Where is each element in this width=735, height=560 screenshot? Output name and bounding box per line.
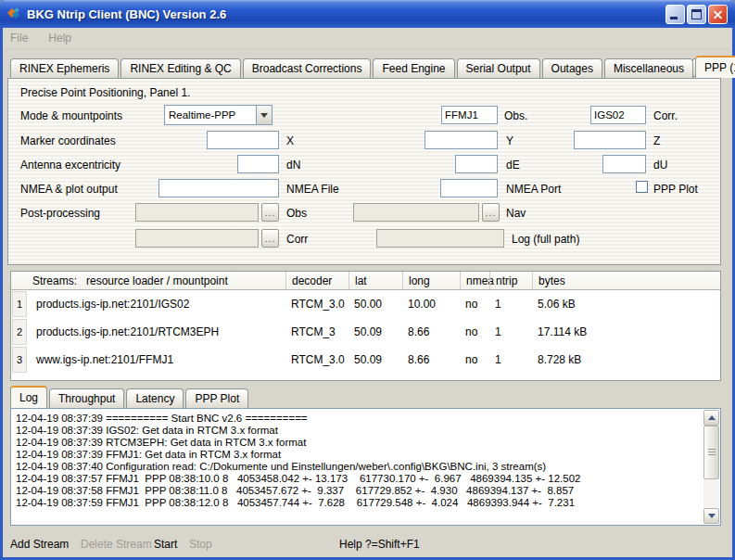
tab-rinex-editing-qc[interactable]: RINEX Editing & QC: [120, 58, 240, 78]
marker-x-input[interactable]: [207, 131, 279, 149]
post-obs-input: [135, 203, 259, 222]
minimize-button[interactable]: [665, 5, 685, 24]
antenna-du-input[interactable]: [602, 155, 646, 173]
cell-decoder: RTCM_3: [285, 325, 348, 338]
nmea-file-input[interactable]: [158, 179, 279, 197]
cell-ntrip: 1: [489, 325, 532, 338]
scrollbar-thumb[interactable]: [703, 426, 719, 479]
log-line: 12-04-19 08:37:39 RTCM3EPH: Get data in …: [16, 437, 702, 449]
cell-bytes: 17.114 kB: [532, 325, 720, 338]
column-header-decoder[interactable]: decoder: [285, 272, 348, 289]
nmea-port-input[interactable]: [440, 179, 498, 197]
ppp-plot-checkbox[interactable]: [636, 181, 648, 193]
tab-feed-engine[interactable]: Feed Engine: [373, 58, 454, 78]
nmea-port-label: NMEA Port: [506, 183, 561, 196]
menu-item-help[interactable]: Help: [48, 32, 71, 45]
column-header-lat[interactable]: lat: [348, 272, 402, 289]
antenna-excentricity-label: Antenna excentricity: [20, 159, 120, 172]
log-scrollbar[interactable]: [703, 410, 719, 524]
antenna-de-input[interactable]: [455, 155, 498, 173]
marker-z-input[interactable]: [574, 131, 646, 149]
delete-stream-button[interactable]: Delete Stream: [81, 538, 152, 551]
log-text: 12-04-19 08:37:39 ========== Start BNC v…: [16, 413, 702, 523]
start-button[interactable]: Start: [154, 538, 177, 551]
tab-miscellaneous[interactable]: Miscellaneous: [604, 58, 693, 78]
cell-nmea: no: [460, 325, 489, 338]
column-header-nmea[interactable]: nmea: [460, 272, 489, 289]
cell-lat: 50.09: [348, 325, 402, 338]
post-obs-label: Obs: [286, 207, 307, 220]
add-stream-button[interactable]: Add Stream: [10, 538, 69, 551]
cell-ntrip: 1: [489, 353, 532, 366]
menu-item-file[interactable]: File: [10, 32, 28, 45]
post-nav-browse-button[interactable]: ...: [482, 203, 500, 222]
title-bar[interactable]: BKG Ntrip Client (BNC) Version 2.6: [0, 0, 735, 28]
cell-mountpoint: www.igs-ip.net:2101/FFMJ1: [27, 353, 285, 366]
minimize-icon: [670, 17, 678, 19]
cell-long: 8.66: [402, 353, 460, 366]
log-area: 12-04-19 08:37:39 ========== Start BNC v…: [10, 408, 721, 526]
post-log-label: Log (full path): [512, 233, 579, 246]
column-header-mountpoint[interactable]: Streams: resource loader / mountpoint: [27, 272, 285, 289]
table-row[interactable]: 2products.igs-ip.net:2101/RTCM3EPHRTCM_3…: [11, 318, 720, 346]
obs-mountpoint-input[interactable]: [441, 106, 498, 124]
tab-ppp-1[interactable]: PPP (1): [695, 56, 735, 78]
post-corr-browse-button[interactable]: ...: [261, 229, 279, 248]
cell-mountpoint: products.igs-ip.net:2101/RTCM3EPH: [27, 325, 285, 338]
bottom-tab-latency[interactable]: Latency: [126, 388, 184, 408]
ppp-mode-select[interactable]: Realtime-PPP: [164, 105, 272, 125]
post-corr-label: Corr: [286, 233, 308, 246]
help-shortcut-label: Help ?=Shift+F1: [339, 538, 420, 551]
cell-ntrip: 1: [489, 298, 532, 311]
close-button[interactable]: [708, 5, 728, 24]
post-obs-browse-button[interactable]: ...: [261, 203, 279, 222]
corr-mountpoint-input[interactable]: [590, 106, 646, 124]
column-header-long[interactable]: long: [402, 272, 460, 289]
window-controls: [665, 5, 728, 24]
bottom-tab-throughput[interactable]: Throughput: [49, 388, 124, 408]
ppp-panel: Precise Point Positioning, Panel 1. Mode…: [7, 78, 721, 265]
tab-outages[interactable]: Outages: [542, 58, 602, 78]
row-number: 1: [12, 291, 27, 317]
action-bar: Add Stream Delete Stream Start Stop Help…: [3, 533, 732, 557]
column-header-ntrip[interactable]: ntrip: [489, 272, 532, 289]
maximize-button[interactable]: [687, 5, 706, 24]
log-line: 12-04-19 08:37:59 FFMJ1 PPP 08:38:12.0 8…: [16, 497, 702, 509]
streams-table-header: Streams: resource loader / mountpointdec…: [11, 272, 720, 290]
nmea-plot-output-label: NMEA & plot output: [20, 183, 118, 196]
mode-mountpoints-label: Mode & mountpoints: [20, 109, 122, 122]
bnc-window: BKG Ntrip Client (BNC) Version 2.6 FileH…: [0, 0, 735, 560]
streams-table-body: 1products.igs-ip.net:2101/IGS02RTCM_3.05…: [11, 290, 720, 374]
log-line: 12-04-19 08:37:57 FFMJ1 PPP 08:38:10.0 8…: [16, 473, 702, 485]
cell-bytes: 8.728 kB: [532, 353, 720, 366]
y-label: Y: [506, 134, 513, 147]
cell-long: 10.00: [402, 298, 460, 311]
post-log-input: [376, 229, 504, 248]
table-row[interactable]: 1products.igs-ip.net:2101/IGS02RTCM_3.05…: [11, 290, 720, 318]
corr-label: Corr.: [653, 109, 678, 122]
antenna-dn-input[interactable]: [237, 155, 279, 173]
cell-nmea: no: [460, 298, 489, 311]
tab-rinex-ephemeris[interactable]: RINEX Ephemeris: [10, 58, 119, 78]
window-title: BKG Ntrip Client (BNC) Version 2.6: [27, 7, 665, 21]
bottom-tab-log[interactable]: Log: [10, 386, 47, 408]
tab-bar: RINEX EphemerisRINEX Editing & QCBroadca…: [10, 57, 735, 78]
tab-serial-output[interactable]: Serial Output: [457, 58, 540, 78]
table-row[interactable]: 3www.igs-ip.net:2101/FFMJ1RTCM_3.050.098…: [11, 346, 720, 374]
scroll-down-button[interactable]: [703, 508, 719, 524]
marker-y-input[interactable]: [425, 131, 498, 149]
log-line: 12-04-19 08:37:58 FFMJ1 PPP 08:38:11.0 8…: [16, 485, 702, 497]
column-header-bytes[interactable]: bytes: [532, 272, 720, 289]
bottom-tab-ppp-plot[interactable]: PPP Plot: [185, 388, 248, 408]
ppp-plot-label: PPP Plot: [653, 183, 698, 196]
scroll-up-button[interactable]: [703, 410, 719, 426]
tab-broadcast-corrections[interactable]: Broadcast Corrections: [243, 58, 372, 78]
bottom-tab-bar: LogThroughputLatencyPPP Plot: [10, 387, 250, 408]
cell-long: 8.66: [402, 325, 460, 338]
marker-coordinates-label: Marker coordinates: [20, 134, 116, 147]
table-corner-cell: [11, 272, 27, 289]
row-number: 3: [12, 347, 27, 373]
stop-button[interactable]: Stop: [189, 538, 212, 551]
de-label: dE: [506, 159, 520, 172]
log-line: 12-04-19 08:37:39 IGS02: Get data in RTC…: [16, 425, 702, 437]
